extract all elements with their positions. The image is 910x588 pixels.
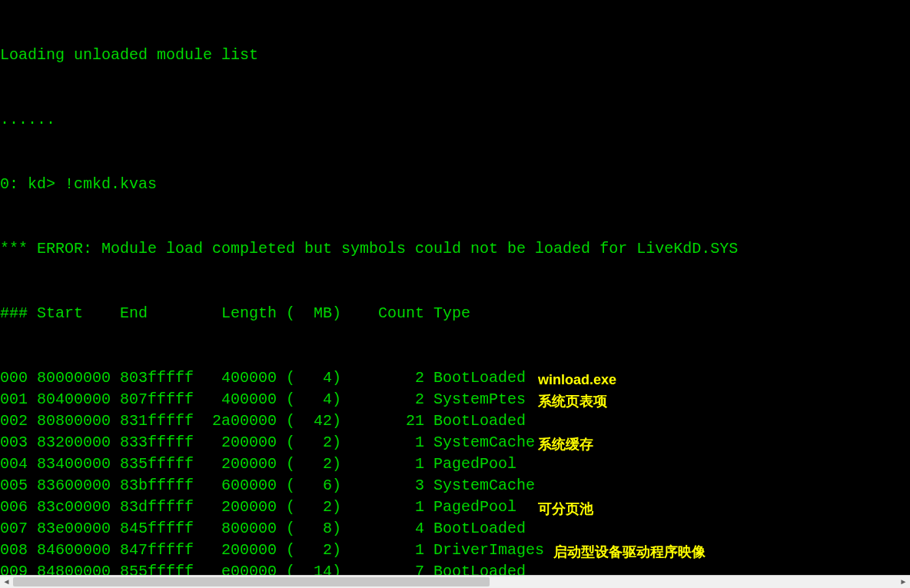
annotation-label: winload.exe xyxy=(538,369,616,390)
loading-line: Loading unloaded module list xyxy=(0,45,910,66)
table-header: ### Start End Length ( MB) Count Type xyxy=(0,303,910,324)
scroll-thumb[interactable] xyxy=(13,577,490,586)
table-row: 000 80000000 803fffff 400000 ( 4) 2 Boot… xyxy=(0,367,910,389)
annotation-label: 系统页表项 xyxy=(538,390,607,412)
annotation-label: 可分页池 xyxy=(538,498,593,520)
command-text: !cmkd.kvas xyxy=(65,175,157,193)
table-rows: 000 80000000 803fffff 400000 ( 4) 2 Boot… xyxy=(0,367,910,576)
annotation-label: 启动型设备驱动程序映像 xyxy=(553,541,706,563)
table-row: 002 80800000 831fffff 2a00000 ( 42) 21 B… xyxy=(0,410,910,432)
table-row: 007 83e00000 845fffff 800000 ( 8) 4 Boot… xyxy=(0,518,910,540)
table-row: 009 84800000 855fffff e00000 ( 14) 7 Boo… xyxy=(0,561,910,576)
table-row: 008 84600000 847fffff 200000 ( 2) 1 Driv… xyxy=(0,540,910,561)
terminal-output: Loading unloaded module list ...... 0: k… xyxy=(0,0,910,576)
scroll-right-arrow[interactable]: ► xyxy=(897,576,910,588)
table-row: 005 83600000 83bfffff 600000 ( 6) 3 Syst… xyxy=(0,475,910,497)
table-row: 003 83200000 833fffff 200000 ( 2) 1 Syst… xyxy=(0,432,910,453)
dots-line: ...... xyxy=(0,109,910,131)
error-line: *** ERROR: Module load completed but sym… xyxy=(0,238,910,260)
prompt-line[interactable]: 0: kd> !cmkd.kvas xyxy=(0,174,910,195)
scroll-left-arrow[interactable]: ◄ xyxy=(0,576,13,588)
annotation-label: 系统缓存 xyxy=(538,434,593,455)
table-row: 006 83c00000 83dfffff 200000 ( 2) 1 Page… xyxy=(0,497,910,518)
table-row: 004 83400000 835fffff 200000 ( 2) 1 Page… xyxy=(0,453,910,475)
horizontal-scrollbar[interactable]: ◄ ► xyxy=(0,575,910,588)
prompt-text: 0: kd> xyxy=(0,175,65,193)
table-row: 001 80400000 807fffff 400000 ( 4) 2 Syst… xyxy=(0,389,910,410)
